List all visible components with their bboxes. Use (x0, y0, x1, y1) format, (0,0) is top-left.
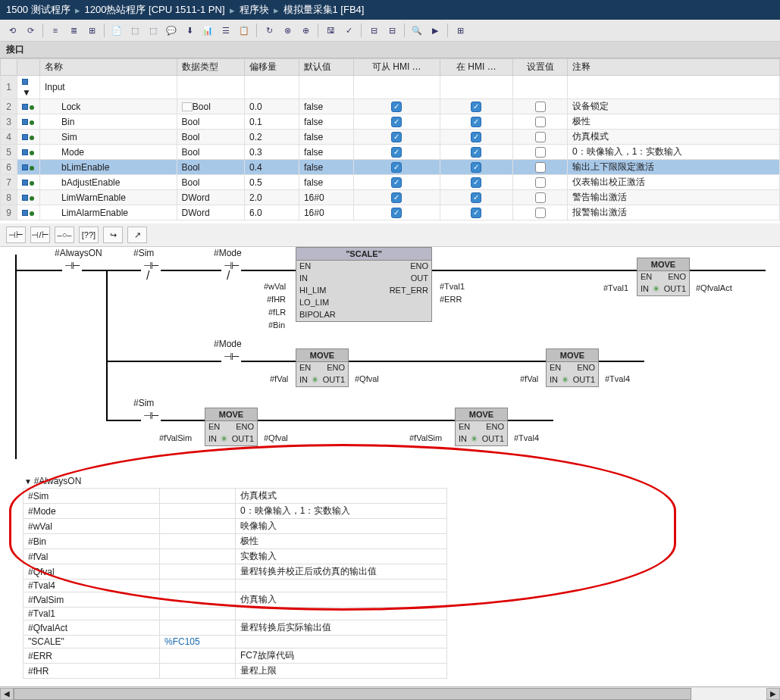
checkbox[interactable] (535, 147, 546, 158)
checkbox[interactable] (471, 162, 481, 173)
col-setval[interactable]: 设置值 (513, 59, 568, 76)
tb-btn[interactable]: ⊞ (453, 23, 468, 38)
move-block-3[interactable]: MOVE ENENO IN✳OUT1 (546, 348, 599, 387)
table-row[interactable]: 6 bLimEnable Bool 0.4 false 输出上下限限定激活 (1, 160, 780, 175)
table-row[interactable]: 1 ▼ Input (1, 76, 780, 99)
tb-btn[interactable]: 🔍 (409, 23, 424, 38)
tb-btn[interactable]: ☰ (218, 23, 233, 38)
col-hmi2[interactable]: 在 HMI … (440, 59, 512, 76)
table-row[interactable]: 7 bAdjustEnable Bool 0.5 false 仪表输出校正激活 (1, 175, 780, 190)
checkbox[interactable] (535, 208, 546, 218)
scroll-left[interactable]: ◀ (0, 688, 14, 700)
tb-btn[interactable]: 📋 (237, 23, 252, 38)
checkbox[interactable] (535, 102, 546, 112)
lad-open[interactable]: ↗ (127, 227, 147, 243)
lad-branch[interactable]: ↪ (103, 227, 123, 243)
scroll-right[interactable]: ▶ (766, 688, 780, 700)
tb-btn[interactable]: ⬚ (127, 23, 143, 38)
breadcrumb-item[interactable]: 模拟量采集1 [FB4] (283, 3, 365, 17)
tb-btn[interactable]: 📄 (109, 23, 124, 38)
col-dtype[interactable]: 数据类型 (177, 59, 244, 76)
checkbox[interactable] (471, 192, 481, 203)
varlist-toggle[interactable]: #AlwaysON (23, 474, 765, 488)
lad-contact-nc[interactable]: ⊣/⊢ (30, 227, 50, 243)
col-name[interactable]: 名称 (40, 59, 177, 76)
varlist-row[interactable]: #ERRFC7故障代码 (23, 648, 447, 664)
scale-block[interactable]: "SCALE" ENENO INOUT HI_LIMRET_ERR LO_LIM… (296, 247, 432, 322)
tb-btn[interactable]: ⬚ (146, 23, 161, 38)
horizontal-scrollbar[interactable]: ◀ ▶ (0, 686, 780, 700)
varlist-row[interactable]: "SCALE"%FC105 (23, 636, 447, 648)
table-row[interactable]: 3 Bin Bool 0.1 false 极性 (1, 114, 780, 130)
tb-btn[interactable]: ↻ (262, 23, 277, 38)
table-row[interactable]: 4 Sim Bool 0.2 false 仿真模式 (1, 130, 780, 145)
contact-alwayson[interactable]: #AlwaysON (62, 260, 82, 271)
move-block-1[interactable]: MOVE ENENO IN✳OUT1 (637, 258, 690, 296)
checkbox[interactable] (535, 177, 546, 188)
table-row[interactable]: 9 LimAlarmEnable DWord 6.0 16#0 报警输出激活 (1, 205, 780, 220)
tb-btn[interactable]: 📊 (200, 23, 215, 38)
varlist-row[interactable]: #Bin极性 (23, 534, 447, 549)
tb-btn[interactable]: ⊗ (280, 23, 295, 38)
tb-btn[interactable]: ≡ (48, 23, 63, 38)
tb-btn[interactable]: 💬 (164, 23, 179, 38)
ladder-network[interactable]: #AlwaysON #Sim/ #Mode/ "SCALE" ENENO INO… (0, 247, 780, 467)
checkbox[interactable] (535, 192, 546, 203)
checkbox[interactable] (391, 192, 402, 203)
contact-sim-2[interactable]: #Sim (141, 410, 161, 421)
col-comment[interactable]: 注释 (568, 59, 780, 76)
checkbox[interactable] (535, 132, 546, 142)
checkbox[interactable] (471, 147, 481, 158)
contact-mode-2[interactable]: #Mode (221, 351, 241, 362)
tb-btn[interactable]: ⊟ (366, 23, 381, 38)
checkbox[interactable] (391, 162, 402, 173)
breadcrumb-item[interactable]: 1500 测试程序 (6, 3, 70, 17)
checkbox[interactable] (391, 147, 402, 158)
checkbox[interactable] (391, 132, 402, 142)
varlist-row[interactable]: #wVal映像输入 (23, 519, 447, 534)
col-default[interactable]: 默认值 (299, 59, 353, 76)
lad-coil[interactable]: –○– (55, 227, 74, 243)
tb-btn[interactable]: ▶ (428, 23, 443, 38)
contact-sim-nc[interactable]: #Sim/ (141, 260, 161, 271)
checkbox[interactable] (535, 162, 546, 173)
table-row[interactable]: 8 LimWarnEnable DWord 2.0 16#0 警告输出激活 (1, 190, 780, 205)
checkbox[interactable] (391, 177, 402, 188)
tb-btn[interactable]: ⊞ (84, 23, 99, 38)
varlist-row[interactable]: #Qfval量程转换并校正后或仿真的输出值 (23, 564, 447, 580)
table-row[interactable]: 2 Lock Bool 0.0 false 设备锁定 (1, 99, 780, 114)
varlist-row[interactable]: #QfvalAct量程转换后实际输出值 (23, 620, 447, 636)
tb-btn[interactable]: ⬇ (182, 23, 197, 38)
varlist-row[interactable]: #Sim仿真模式 (23, 489, 447, 504)
checkbox[interactable] (471, 117, 481, 127)
checkbox[interactable] (391, 102, 402, 112)
tb-btn[interactable]: ⟲ (5, 23, 20, 38)
scroll-thumb[interactable] (14, 688, 691, 700)
checkbox[interactable] (471, 208, 481, 218)
varlist-row[interactable]: #fHR量程上限 (23, 664, 447, 679)
checkbox[interactable] (391, 208, 402, 218)
table-row[interactable]: 5 Mode Bool 0.3 false 0：映像输入，1：实数输入 (1, 145, 780, 160)
varlist-row[interactable]: #fValSim仿真输入 (23, 592, 447, 608)
checkbox[interactable] (471, 132, 481, 142)
col-hmi1[interactable]: 可从 HMI … (353, 59, 440, 76)
checkbox[interactable] (391, 117, 402, 127)
checkbox[interactable] (535, 117, 546, 127)
checkbox[interactable] (471, 177, 481, 188)
tb-btn[interactable]: ≣ (66, 23, 81, 38)
move-block-4[interactable]: MOVE ENENO IN✳OUT1 (205, 408, 258, 446)
move-block-5[interactable]: MOVE ENENO IN✳OUT1 (455, 408, 508, 446)
varlist-row[interactable]: #Tval1 (23, 608, 447, 620)
contact-mode-nc[interactable]: #Mode/ (221, 260, 241, 271)
tb-btn[interactable]: ⊕ (298, 23, 313, 38)
move-block-2[interactable]: MOVE ENENO IN✳OUT1 (296, 348, 349, 387)
lad-contact-no[interactable]: ⊣⊢ (6, 227, 26, 243)
tb-btn[interactable]: ⟳ (23, 23, 38, 38)
varlist-row[interactable]: #fVal实数输入 (23, 549, 447, 564)
varlist-row[interactable]: #Mode0：映像输入，1：实数输入 (23, 504, 447, 519)
lad-box[interactable]: [??] (79, 227, 99, 243)
col-offset[interactable]: 偏移量 (245, 59, 299, 76)
tb-btn[interactable]: ⊟ (384, 23, 399, 38)
checkbox[interactable] (471, 102, 481, 112)
breadcrumb-item[interactable]: 程序块 (240, 3, 269, 17)
